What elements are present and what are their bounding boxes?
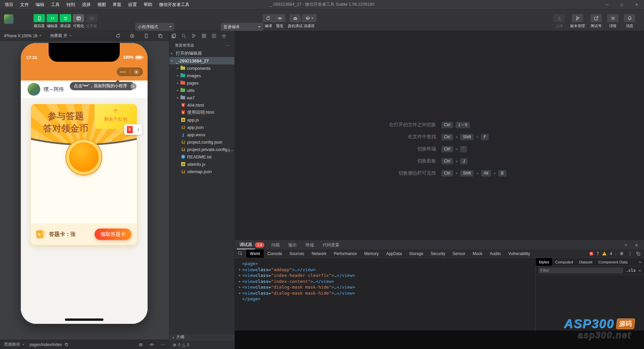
- devtools-tab-Storage[interactable]: Storage: [406, 249, 427, 258]
- devtools-tab-Performance[interactable]: Performance: [330, 249, 361, 258]
- device-icon[interactable]: [144, 33, 149, 39]
- compile-button[interactable]: [263, 14, 274, 22]
- miniprogram-capsule[interactable]: •••: [116, 67, 143, 77]
- devtools-tab-Audits[interactable]: Audits: [486, 249, 504, 258]
- tree-file[interactable]: {..}app.json: [169, 123, 234, 131]
- gold-coin[interactable]: [66, 140, 101, 174]
- tea-icon[interactable]: [221, 33, 227, 39]
- close-icon[interactable]: [634, 243, 639, 247]
- devtools-tab-Console[interactable]: Console: [264, 249, 286, 258]
- devtools-tab-Sensor[interactable]: Sensor: [449, 249, 469, 258]
- tree-folder-we7[interactable]: ▸we7: [169, 94, 234, 101]
- tree-section[interactable]: ▸打开的编辑器: [169, 50, 234, 57]
- styles-tab-Dataset[interactable]: Dataset: [576, 258, 595, 266]
- panel-tab-终端[interactable]: 终端: [301, 241, 318, 249]
- external-button[interactable]: 测试号: [590, 14, 602, 29]
- preview-button[interactable]: [274, 14, 285, 22]
- expand-arrow-icon[interactable]: ▶: [237, 267, 242, 273]
- device-select[interactable]: iPhone X 100% 16: [4, 34, 41, 38]
- styles-filter-input[interactable]: [538, 267, 623, 273]
- devtools-tab-Wxml[interactable]: Wxml: [246, 249, 264, 258]
- remote-debug-button[interactable]: 真机调试: [288, 14, 303, 29]
- styles-tab-Component-Data[interactable]: Component Data: [595, 258, 631, 266]
- expand-arrow-icon[interactable]: ▶: [237, 272, 242, 279]
- menu-设置[interactable]: 设置: [125, 0, 140, 9]
- devtools-tab-Network[interactable]: Network: [308, 249, 330, 258]
- panel-tab-问题[interactable]: 问题: [267, 241, 284, 249]
- devtools-tab-Mock[interactable]: Mock: [469, 249, 486, 258]
- user-avatar[interactable]: [4, 14, 13, 24]
- get-answer-card-button[interactable]: 领取答题卡: [95, 229, 131, 240]
- clear-cache-button[interactable]: 清缓存: [302, 14, 317, 29]
- tree-file[interactable]: {..}sitemap.json: [169, 168, 234, 175]
- bell-button[interactable]: 消息: [624, 14, 635, 29]
- gear-icon[interactable]: [619, 251, 624, 256]
- panel-tab-代码质量[interactable]: 代码质量: [318, 241, 344, 249]
- extensions-icon[interactable]: [201, 33, 207, 39]
- devtools-tab-AppData[interactable]: AppData: [382, 249, 406, 258]
- chevron-down-icon[interactable]: [624, 243, 628, 247]
- devtools-tab-Memory[interactable]: Memory: [361, 249, 382, 258]
- undock-icon[interactable]: [636, 251, 641, 256]
- view-button-layout[interactable]: 可视化: [73, 14, 84, 29]
- windows-icon[interactable]: [158, 33, 163, 39]
- menu-界面[interactable]: 界面: [109, 0, 125, 9]
- menu-文件[interactable]: 文件: [17, 0, 32, 9]
- panel-tab-输出[interactable]: 输出: [284, 241, 301, 249]
- menu-帮助[interactable]: 帮助: [140, 0, 156, 9]
- tree-project[interactable]: ▾_-269213684_27: [169, 57, 234, 64]
- devtools-tab-Sources[interactable]: Sources: [286, 249, 308, 258]
- problems-status[interactable]: ⊗ 0 △ 0: [169, 341, 234, 349]
- minimize-button[interactable]: ─: [600, 0, 614, 9]
- hot-reload-toggle[interactable]: 热重载 开: [50, 33, 71, 39]
- menu-工具[interactable]: 工具: [48, 0, 63, 9]
- menu-项目[interactable]: 项目: [1, 0, 17, 9]
- maximize-button[interactable]: □: [614, 0, 629, 9]
- branch-button[interactable]: 版本管理: [570, 14, 585, 29]
- list-button[interactable]: 详情: [607, 14, 619, 29]
- exit-target-icon[interactable]: [130, 70, 143, 74]
- copy-icon[interactable]: [64, 342, 69, 347]
- tree-file[interactable]: ʒapp.wxss: [169, 131, 234, 138]
- more-dots-icon[interactable]: •••: [117, 67, 130, 76]
- bug-icon[interactable]: [138, 342, 143, 347]
- search-icon[interactable]: [181, 33, 186, 39]
- close-button[interactable]: ×: [629, 0, 644, 9]
- tree-file[interactable]: iREADME.txt: [169, 153, 234, 160]
- snippets-icon[interactable]: [211, 33, 217, 39]
- more-icon[interactable]: ⋯: [225, 43, 230, 48]
- tree-file[interactable]: JSsiteinfo.js: [169, 160, 234, 168]
- view-button-sliders[interactable]: 调试器: [60, 14, 71, 29]
- devtools-tab-Vulnerability[interactable]: Vulnerability: [504, 249, 534, 258]
- tree-file[interactable]: JSapp.js: [169, 116, 234, 123]
- tree-folder-images[interactable]: ▸images: [169, 72, 234, 79]
- menu-视图[interactable]: 视图: [94, 0, 109, 9]
- outline-section[interactable]: ▸ 大纲: [169, 333, 234, 341]
- red-envelope-widget[interactable]: ¥ ↑: [124, 124, 142, 135]
- tree-folder-components[interactable]: ▸components: [169, 64, 234, 72]
- styles-tab-Styles[interactable]: Styles: [536, 258, 552, 266]
- view-button-cloud[interactable]: 云开发: [86, 14, 97, 29]
- rotate-icon[interactable]: [115, 33, 121, 39]
- source-control-icon[interactable]: [191, 33, 197, 39]
- tooltip-close-icon[interactable]: ×: [130, 83, 137, 89]
- compile-mode-select[interactable]: 普通编译: [221, 23, 263, 31]
- tree-file[interactable]: 5404.html: [169, 101, 234, 109]
- tree-file[interactable]: {..}project.private.config.js…: [169, 146, 234, 153]
- eye-icon[interactable]: [149, 342, 154, 347]
- more-icon[interactable]: [160, 342, 165, 347]
- inspect-element-icon[interactable]: [235, 249, 246, 258]
- menu-微信开发者工具[interactable]: 微信开发者工具: [156, 0, 193, 9]
- devtools-tab-Security[interactable]: Security: [427, 249, 449, 258]
- menu-选择[interactable]: 选择: [78, 0, 94, 9]
- record-icon[interactable]: [129, 33, 135, 39]
- styles-tab-Computed[interactable]: Computed: [552, 258, 576, 266]
- path-label[interactable]: 页面路径: [4, 342, 20, 347]
- copy-icon[interactable]: [64, 342, 69, 347]
- menu-编辑[interactable]: 编辑: [32, 0, 48, 9]
- cls-toggle[interactable]: .cls: [626, 268, 636, 273]
- files-icon[interactable]: [171, 33, 176, 39]
- panel-tab-调试器[interactable]: 调试器: [237, 241, 255, 249]
- more-tabs-icon[interactable]: »: [639, 258, 644, 266]
- view-button-phone[interactable]: 模拟器: [34, 14, 45, 29]
